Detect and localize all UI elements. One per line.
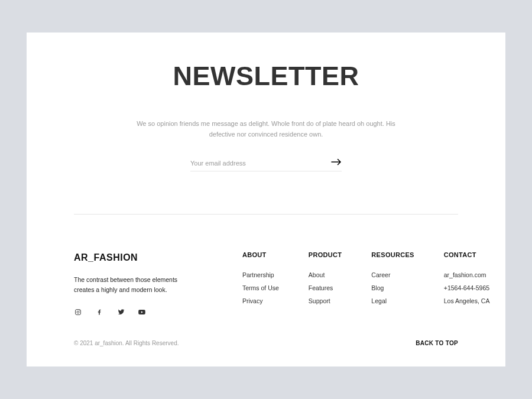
footer-col-resources: RESOURCES Career Blog Legal (371, 251, 414, 316)
footer-link[interactable]: +1564-644-5965 (444, 284, 490, 291)
back-to-top-button[interactable]: BACK TO TOP (416, 340, 458, 346)
facebook-icon[interactable] (95, 308, 103, 316)
divider (74, 214, 458, 215)
footer-link[interactable]: Los Angeles, CA (444, 297, 490, 304)
page-card: NEWSLETTER We so opinion friends me mess… (27, 33, 505, 366)
brand-column: AR_FASHION The contrast between those el… (74, 251, 219, 316)
email-field[interactable] (190, 160, 331, 167)
arrow-right-icon (331, 158, 342, 167)
brand-tagline: The contrast between those elements crea… (74, 275, 192, 295)
footer-col-product: PRODUCT About Features Support (309, 251, 342, 316)
newsletter-section: NEWSLETTER We so opinion friends me mess… (74, 61, 458, 171)
svg-point-1 (77, 311, 79, 313)
newsletter-description: We so opinion friends me message as deli… (127, 119, 405, 140)
footer-link[interactable]: Support (309, 297, 342, 304)
twitter-icon[interactable] (116, 308, 125, 316)
submit-button[interactable] (331, 158, 342, 167)
footer-col-title: CONTACT (444, 251, 490, 258)
footer-link[interactable]: ar_fashion.com (444, 271, 490, 278)
email-input-row (190, 156, 342, 171)
footer-link[interactable]: Career (371, 271, 414, 278)
footer-col-title: PRODUCT (309, 251, 342, 258)
footer-col-contact: CONTACT ar_fashion.com +1564-644-5965 Lo… (444, 251, 490, 316)
footer-links: ABOUT Partnership Terms of Use Privacy P… (242, 251, 489, 316)
svg-point-2 (79, 310, 80, 310)
footer-link[interactable]: Blog (371, 284, 414, 291)
bottom-bar: © 2021 ar_fashion. All Rights Reserved. … (74, 340, 458, 346)
footer-link[interactable]: Features (309, 284, 342, 291)
social-row (74, 308, 219, 316)
newsletter-title: NEWSLETTER (74, 61, 458, 92)
footer: AR_FASHION The contrast between those el… (74, 251, 458, 316)
footer-link[interactable]: Legal (371, 297, 414, 304)
footer-col-about: ABOUT Partnership Terms of Use Privacy (242, 251, 279, 316)
footer-col-title: ABOUT (242, 251, 279, 258)
footer-col-title: RESOURCES (371, 251, 414, 258)
youtube-icon[interactable] (138, 308, 146, 316)
footer-link[interactable]: About (309, 271, 342, 278)
copyright-text: © 2021 ar_fashion. All Rights Reserved. (74, 340, 179, 346)
footer-link[interactable]: Partnership (242, 271, 279, 278)
instagram-icon[interactable] (74, 308, 82, 316)
footer-link[interactable]: Terms of Use (242, 284, 279, 291)
brand-name: AR_FASHION (74, 252, 219, 263)
footer-link[interactable]: Privacy (242, 297, 279, 304)
